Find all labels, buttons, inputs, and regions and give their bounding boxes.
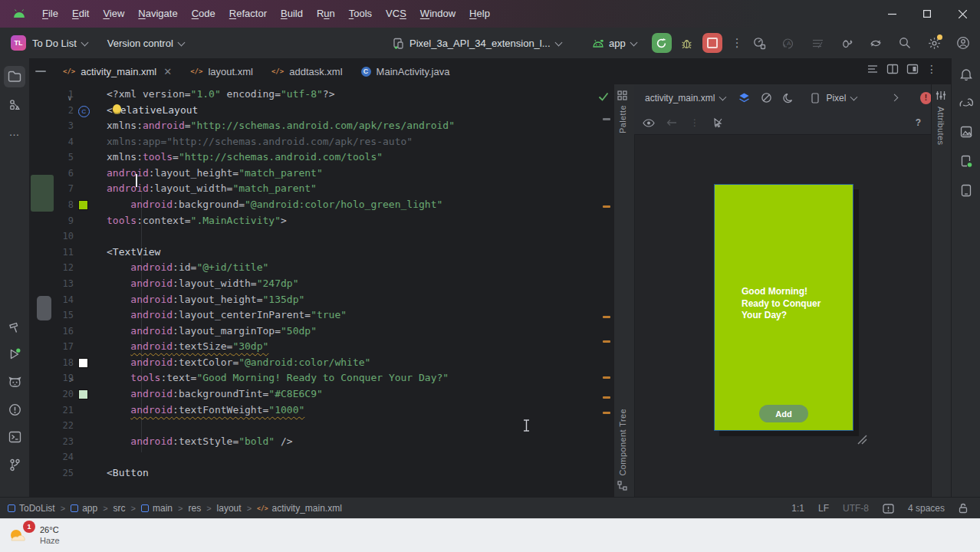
breadcrumb-item-ToDoList[interactable]: ToDoList [8, 503, 55, 514]
color-swatch-gutter-icon[interactable] [78, 200, 88, 212]
code-view-icon[interactable] [867, 63, 879, 75]
logcat-tool-icon[interactable] [4, 371, 25, 393]
related-class-gutter-icon[interactable]: C [78, 106, 90, 117]
todo-filter-icon[interactable] [808, 34, 827, 52]
run-config-selector[interactable]: app [609, 38, 626, 49]
debug-button[interactable] [677, 33, 697, 53]
inspection-highlight-icon[interactable] [883, 504, 894, 514]
night-mode-icon[interactable] [781, 90, 797, 107]
layout-preview-phone[interactable]: Good Morning!Ready to ConquerYour Day? A… [714, 184, 853, 431]
maximize-button[interactable] [909, 0, 945, 28]
build-tool-icon[interactable] [4, 316, 25, 337]
breadcrumb-item-src[interactable]: src [113, 503, 126, 514]
terminal-tool-icon[interactable] [4, 426, 25, 448]
scrollbar-mark[interactable] [603, 316, 610, 318]
sync-project-icon[interactable] [867, 34, 885, 52]
issue-badge[interactable]: ! [920, 92, 932, 104]
attach-debugger-icon[interactable] [837, 34, 856, 52]
scrollbar-mark[interactable] [603, 376, 610, 379]
tab-MainActivity.java[interactable]: CMainActivity.java [352, 58, 459, 84]
tab-close-icon[interactable]: ✕ [163, 67, 172, 77]
design-surface-layers-icon[interactable] [736, 90, 752, 107]
intention-bulb-icon[interactable] [113, 104, 121, 113]
git-tool-icon[interactable] [4, 454, 25, 475]
project-selector[interactable]: To Do List [32, 38, 77, 49]
breadcrumb-item-app[interactable]: app [71, 503, 97, 514]
breadcrumb-item-layout[interactable]: layout [217, 503, 242, 514]
design-view-icon[interactable] [906, 63, 919, 75]
more-tool-windows-icon[interactable]: … [4, 121, 25, 143]
component-tree-label[interactable]: Component Tree [618, 409, 627, 476]
preview-add-button[interactable]: Add [759, 405, 808, 422]
problems-tool-icon[interactable] [4, 399, 25, 420]
search-everywhere-icon[interactable] [896, 34, 914, 52]
tool-window-divider-handle[interactable] [35, 71, 46, 72]
menu-window[interactable]: Window [413, 0, 462, 28]
pan-arrow-icon[interactable] [663, 114, 680, 131]
device-manager-icon[interactable] [957, 152, 975, 170]
gradle-icon[interactable] [957, 94, 975, 112]
interactive-mode-off-icon[interactable] [709, 114, 726, 131]
caret-position-widget[interactable]: 1:1 [791, 503, 804, 514]
lock-icon[interactable] [959, 503, 968, 514]
color-swatch-gutter-icon[interactable] [78, 358, 88, 370]
help-button[interactable]: ? [916, 117, 921, 128]
resource-manager-icon[interactable] [957, 123, 975, 141]
minimize-button[interactable] [874, 0, 909, 28]
menu-navigate[interactable]: Navigate [131, 0, 184, 28]
stop-button[interactable] [702, 33, 722, 53]
scrollbar-mark[interactable] [603, 396, 610, 399]
profile-avatar-icon[interactable] [954, 34, 972, 52]
project-icon[interactable]: TL [11, 35, 26, 51]
more-actions-icon[interactable]: ⋮ [732, 36, 743, 50]
project-tool-icon[interactable] [4, 66, 25, 87]
encoding-widget[interactable]: UTF-8 [843, 503, 869, 514]
notifications-bell-icon[interactable] [957, 64, 975, 83]
canvas-resize-handle[interactable] [853, 431, 867, 445]
breadcrumb-item-main[interactable]: main [141, 503, 173, 514]
color-swatch-gutter-icon[interactable] [78, 389, 88, 402]
orientation-icon[interactable] [758, 90, 774, 107]
menu-vcs[interactable]: VCS [379, 0, 413, 28]
menu-view[interactable]: View [96, 0, 131, 28]
scrollbar-mark[interactable] [603, 205, 610, 208]
tab-options-kebab-icon[interactable]: ⋮ [926, 63, 937, 75]
scrollbar-mark[interactable] [603, 412, 610, 414]
resource-structure-icon[interactable] [4, 94, 25, 115]
indent-widget[interactable]: 4 spaces [908, 503, 945, 514]
menu-tools[interactable]: Tools [342, 0, 379, 28]
attributes-sliders-icon[interactable] [936, 90, 946, 100]
chevron-right-icon[interactable] [891, 94, 899, 102]
code-editor[interactable]: ∨ > 1<?xml version="1.0" encoding="utf-8… [29, 84, 613, 497]
view-options-eye-icon[interactable] [640, 114, 657, 131]
weather-widget[interactable]: 1 26°C Haze [6, 522, 60, 548]
menu-code[interactable]: Code [185, 0, 222, 28]
inspections-ok-icon[interactable] [598, 92, 609, 101]
preview-device-label[interactable]: Pixel [826, 93, 846, 104]
settings-icon[interactable] [925, 34, 943, 52]
menu-refactor[interactable]: Refactor [222, 0, 274, 28]
attributes-label[interactable]: Attributes [936, 107, 945, 145]
run-tool-icon[interactable] [4, 343, 25, 365]
menu-build[interactable]: Build [274, 0, 310, 28]
profiler-icon[interactable] [750, 34, 768, 52]
run-button[interactable] [652, 33, 672, 53]
breadcrumb-item-res[interactable]: res [188, 503, 201, 514]
menu-file[interactable]: File [35, 0, 65, 28]
scrollbar-mark[interactable] [603, 340, 610, 343]
component-tree-icon[interactable] [617, 481, 627, 491]
close-button[interactable] [945, 0, 980, 28]
palette-icon[interactable] [617, 90, 627, 100]
design-file-name[interactable]: activity_main.xml [645, 93, 715, 104]
scrollbar-mark[interactable] [603, 118, 610, 120]
running-devices-icon[interactable] [957, 181, 975, 199]
breadcrumb-item-activity_main.xml[interactable]: </>activity_main.xml [257, 503, 342, 514]
tab-addtask.xml[interactable]: </>addtask.xml [262, 58, 352, 84]
vcs-widget[interactable]: Version control [107, 38, 173, 49]
palette-label[interactable]: Palette [618, 105, 627, 133]
line-separator-widget[interactable]: LF [818, 503, 829, 514]
device-selector[interactable]: Pixel_3a_API_34_extension_l... [393, 28, 566, 58]
menu-run[interactable]: Run [310, 0, 342, 28]
tab-layout.xml[interactable]: </>layout.xml [181, 58, 262, 84]
menu-help[interactable]: Help [462, 0, 497, 28]
